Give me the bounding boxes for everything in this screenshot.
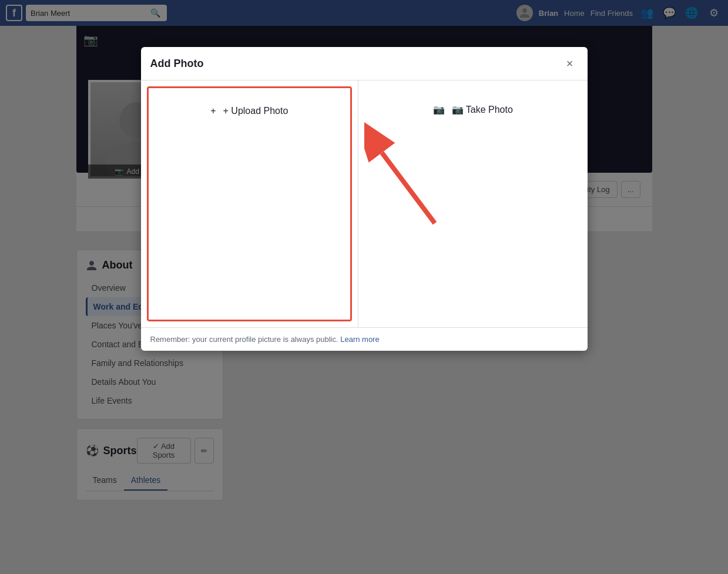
modal-header: Add Photo × — [141, 47, 588, 80]
take-photo-label: 📷 Take Photo — [452, 104, 513, 115]
modal-body: + + Upload Photo 📷 📷 Take Photo — [141, 80, 588, 327]
take-photo-content: 📷 📷 Take Photo — [433, 104, 513, 115]
take-photo-option[interactable]: 📷 📷 Take Photo — [358, 80, 588, 327]
camera-icon: 📷 — [433, 104, 445, 115]
upload-option-wrapper: + + Upload Photo — [141, 80, 358, 327]
upload-photo-label: + Upload Photo — [223, 106, 288, 116]
modal-footer: Remember: your current profile picture i… — [141, 327, 588, 351]
modal-footer-text: Remember: your current profile picture i… — [150, 335, 338, 344]
modal-overlay[interactable]: Add Photo × + + Upload Photo 📷 📷 Take Ph… — [0, 0, 728, 574]
upload-option-content: + + Upload Photo — [210, 106, 288, 116]
modal-title: Add Photo — [150, 58, 204, 70]
learn-more-link[interactable]: Learn more — [340, 335, 379, 344]
upload-plus-icon: + — [210, 106, 216, 116]
upload-photo-option[interactable]: + + Upload Photo — [147, 86, 353, 321]
add-photo-modal: Add Photo × + + Upload Photo 📷 📷 Take Ph… — [141, 47, 588, 351]
modal-close-button[interactable]: × — [562, 55, 578, 72]
